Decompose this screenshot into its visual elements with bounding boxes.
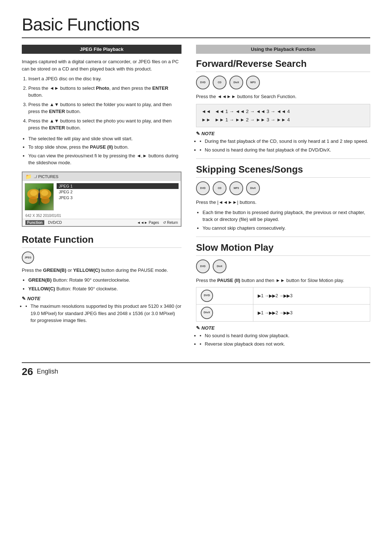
list-item: During the fast playback of the CD, soun… — [200, 138, 370, 145]
slow-motion-disc-1: DVD — [196, 287, 253, 304]
list-item: Press the ◄► buttons to select Photo, an… — [28, 85, 181, 99]
jpeg-folder-label: ../ PICTURES — [34, 174, 58, 179]
forward-reverse-title: Forward/Reverse Search — [196, 58, 370, 72]
jpeg-bullets-list: The selected file will play and slide sh… — [28, 135, 181, 166]
jpeg-screen-info: 642 X 352 2010/01/01 — [23, 213, 181, 219]
rotate-note: NOTE The maximum resolutions supported b… — [22, 296, 181, 324]
skipping-bullets: Each time the button is pressed during p… — [203, 209, 370, 232]
divx-disc-icon-2: DivX — [246, 181, 260, 195]
divx-small-disc: DivX — [201, 307, 213, 319]
jpeg-list-item: JPEG 2 — [57, 189, 179, 195]
cd-disc-icon: CD — [213, 76, 226, 89]
jpeg-thumbnail — [25, 183, 54, 210]
slow-motion-note-title: NOTE — [196, 325, 370, 331]
cd-disc-icon-2: CD — [213, 181, 226, 195]
jpeg-screen-footer: Function DVD/CD ◄◄► Pages ↺ Return — [23, 219, 181, 226]
skipping-title: Skipping Scenes/Songs — [196, 164, 370, 178]
folder-icon: 📁 — [25, 174, 32, 180]
table-row: DivX ▶1 →▶▶2 →▶▶3 — [196, 304, 370, 321]
page-title: Basic Functions — [22, 15, 370, 38]
dvd-small-disc: DVD — [201, 290, 213, 302]
rotate-note-title: NOTE — [22, 296, 181, 301]
table-row: DVD ▶1 →▶▶2 →▶▶3 — [196, 287, 370, 304]
skipping-description: Press the |◄◄►►| buttons. — [196, 199, 370, 206]
left-column: JPEG File Playback Images captured with … — [22, 45, 181, 351]
divx-disc-icon: DivX — [229, 76, 243, 89]
list-item: No sound is heard during the fast playba… — [200, 146, 370, 154]
right-column: Using the Playback Function Forward/Reve… — [196, 45, 370, 351]
jpeg-screen-header: 📁 ../ PICTURES — [23, 172, 181, 181]
list-item: Press the ▲▼ buttons to select the photo… — [28, 117, 181, 132]
jpeg-intro: Images captured with a digital camera or… — [22, 58, 181, 72]
dvd-disc-icon-2: DVD — [196, 181, 210, 195]
rotate-disc-row: JPEG — [22, 251, 181, 264]
svg-point-5 — [41, 190, 48, 196]
list-item: Reverse slow playback does not work. — [200, 340, 370, 348]
search-row-rewind: ◄◄ ◄◄ 1 → ◄◄ 2 → ◄◄ 3 → ◄◄ 4 — [201, 107, 365, 116]
slow-motion-title: Slow Motion Play — [196, 242, 370, 256]
jpeg-disc-icon: JPEG — [22, 251, 34, 264]
list-item: GREEN(B) Button: Rotate 90° counterclock… — [28, 277, 181, 284]
divx-disc-icon-3: DivX — [213, 259, 226, 273]
svg-line-9 — [41, 187, 42, 189]
jpeg-screen-body: JPEG 1 JPEG 2 JPEG 3 — [23, 181, 181, 213]
svg-point-3 — [41, 197, 50, 204]
forward-reverse-discs: DVD CD DivX MP3 — [196, 76, 370, 89]
page-number: 26 — [22, 366, 33, 378]
jpeg-file-list: JPEG 1 JPEG 2 JPEG 3 — [57, 183, 179, 210]
list-item: The selected file will play and slide sh… — [28, 135, 181, 142]
jpeg-list-item: JPEG 1 — [57, 183, 179, 189]
dvd-disc-icon: DVD — [196, 76, 210, 89]
search-row-forward: ►► ►► 1 → ►► 2 → ►► 3 → ►► 4 — [201, 116, 365, 124]
jpeg-footer-nav: Function DVD/CD — [25, 220, 62, 225]
slow-motion-note-list: No sound is heard during slow playback. … — [200, 332, 370, 348]
svg-point-2 — [29, 197, 37, 204]
jpeg-screen-mockup: 📁 ../ PICTURES — [22, 172, 181, 227]
jpeg-section-header: JPEG File Playback — [22, 45, 181, 54]
forward-reverse-note-list: During the fast playback of the CD, soun… — [200, 138, 370, 153]
footer-disc: DVD/CD — [48, 221, 62, 225]
playback-section-header: Using the Playback Function — [196, 45, 370, 54]
list-item: YELLOW(C) Button: Rotate 90° clockwise. — [28, 285, 181, 293]
mp3-disc-icon: MP3 — [246, 76, 260, 89]
search-arrows-table: ◄◄ ◄◄ 1 → ◄◄ 2 → ◄◄ 3 → ◄◄ 4 ►► ►► 1 → ►… — [196, 104, 370, 128]
rotate-bullets: GREEN(B) Button: Rotate 90° counterclock… — [28, 277, 181, 292]
slow-motion-sequence-2: ▶1 →▶▶2 →▶▶3 — [253, 304, 370, 321]
jpeg-steps-list: Insert a JPEG disc on the disc tray. Pre… — [28, 75, 181, 132]
svg-point-7 — [38, 192, 40, 201]
slow-motion-discs: DVD DivX — [196, 259, 370, 273]
divider-2 — [196, 237, 370, 237]
slow-motion-note: NOTE No sound is heard during slow playb… — [196, 325, 370, 348]
page-language: English — [37, 368, 58, 375]
forward-reverse-note: NOTE During the fast playback of the CD,… — [196, 131, 370, 153]
rotate-description: Press the GREEN(B) or YELLOW(C) button d… — [22, 267, 181, 274]
list-item: You cannot skip chapters consecutively. — [203, 225, 370, 232]
rotate-note-list: The maximum resolutions supported by thi… — [25, 303, 181, 324]
list-item: Each time the button is pressed during p… — [203, 209, 370, 223]
page-footer: 26 English — [22, 362, 370, 378]
skipping-discs: DVD CD MP3 DivX — [196, 181, 370, 195]
slow-motion-sequence-1: ▶1 →▶▶2 →▶▶3 — [253, 287, 370, 304]
slow-motion-table: DVD ▶1 →▶▶2 →▶▶3 DivX ▶1 →▶▶2 →▶▶3 — [196, 287, 370, 322]
list-item: Insert a JPEG disc on the disc tray. — [28, 75, 181, 82]
rotate-section-title: Rotate Function — [22, 234, 181, 248]
list-item: You can view the previous/next fi le by … — [28, 152, 181, 166]
rotate-section: Rotate Function JPEG Press the GREEN(B) … — [22, 234, 181, 324]
svg-point-4 — [30, 190, 37, 196]
function-button: Function — [25, 220, 44, 225]
footer-pages: ◄◄► Pages ↺ Return — [137, 221, 178, 225]
divider — [196, 158, 370, 159]
slow-motion-description: Press the PAUSE (II) button and then ►► … — [196, 277, 370, 284]
list-item: To stop slide show, press the PAUSE (II)… — [28, 144, 181, 151]
forward-reverse-note-title: NOTE — [196, 131, 370, 136]
jpeg-list-item: JPEG 3 — [57, 195, 179, 201]
mp3-disc-icon-2: MP3 — [229, 181, 243, 195]
dvd-disc-icon-3: DVD — [196, 259, 210, 273]
list-item: Press the ▲▼ buttons to select the folde… — [28, 101, 181, 115]
forward-reverse-description: Press the ◄◄►► buttons for Search Functi… — [196, 93, 370, 100]
list-item: No sound is heard during slow playback. — [200, 332, 370, 339]
slow-motion-disc-2: DivX — [196, 304, 253, 321]
list-item: The maximum resolutions supported by thi… — [25, 303, 181, 324]
svg-line-8 — [36, 187, 37, 189]
